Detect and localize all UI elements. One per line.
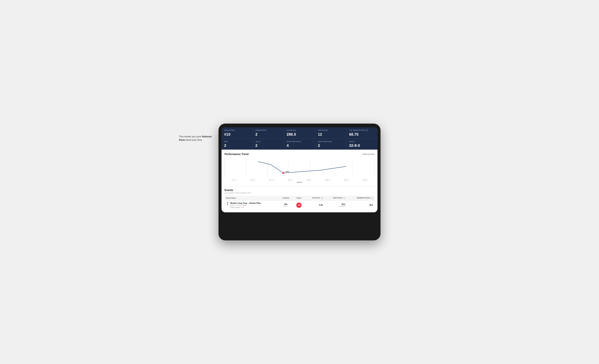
th-total-points: Total Points i [324, 196, 347, 200]
stat-avg-weighted-points: Avg. Weighted Points i 68.75 [346, 127, 378, 139]
stat-top3s-value: 2 [255, 143, 281, 148]
chart-container: • #10 OCT 23 NOV 23 DEC 23 JAN 24 FEB 24… [225, 158, 374, 182]
position-cell: 6th out of 7 [279, 200, 293, 210]
stat-stroke-play: Stroke Play Events 4 [284, 139, 315, 150]
total-points-cell: 28.3 3 Rounds [324, 200, 347, 210]
events-table: Event Name Position Score Event SG i Tot… [225, 196, 374, 210]
stat-stroke-play-value: 4 [287, 143, 312, 148]
stat-wins: Wins 2 [221, 139, 253, 150]
tablet-frame: This shows you your National Rank trend … [219, 124, 380, 240]
stat-scoring-avg-label: Scoring Avg. [287, 129, 312, 132]
chart-svg: • #10 [225, 158, 374, 179]
th-weighted-points: Weighted Points i [347, 196, 374, 200]
th-event-name: Event Name [225, 196, 279, 200]
info-icon-avg: i [366, 129, 368, 131]
stats-row-2: Wins 2 Top 3s 2 Stroke Play Events 4 Mat… [221, 139, 378, 150]
info-icon-sg: i [321, 197, 323, 199]
x-label-may24: MAY 24 [356, 179, 375, 181]
stat-avg-weighted-value: 68.75 [349, 132, 375, 137]
score-badge: -22 [296, 203, 302, 208]
event-sg-cell: 0.45 [305, 200, 324, 210]
rank-impact: Rank Impact: 3 ▼ [230, 206, 261, 208]
performance-title: Performance Trend [225, 153, 249, 156]
stat-avg-weighted-label: Avg. Weighted Points i [349, 129, 375, 132]
info-icon-total: i [343, 197, 345, 199]
events-last-updated: Last updated: 24th November 2023 [225, 192, 374, 194]
stat-top3s-label: Top 3s [255, 141, 281, 143]
events-section: Events Last updated: 24th November 2023 … [221, 186, 378, 212]
table-row: 🏌 Buster Cozy Cup – Stroke Play Oct 9 – … [225, 200, 374, 210]
weighted-points-value: 28.3 [348, 204, 373, 206]
stat-wins-value: 2 [224, 143, 250, 148]
events-title: Events [225, 189, 374, 192]
th-event-sg: Event SG i [305, 196, 324, 200]
th-score: Score [293, 196, 305, 200]
x-label-mar24: MAR 24 [318, 179, 337, 181]
stat-top3s: Top 3s 2 [253, 139, 284, 150]
stat-record-label: Record [349, 141, 375, 143]
tablet-screen: National Rank #10 Regional Rank 2 Scorin… [221, 127, 378, 212]
stat-record-value: 32-8-0 [349, 143, 375, 148]
x-label-feb24: FEB 24 [300, 179, 318, 181]
position-value: 6th [281, 203, 291, 205]
weighted-points-cell: 28.3 [347, 200, 374, 210]
event-sg-value: 0.45 [307, 204, 323, 206]
total-points-value: 28.3 [326, 203, 345, 205]
stat-record: Record 32-8-0 [346, 139, 378, 150]
stat-national-rank-value: #10 [224, 132, 250, 137]
position-sub: out of 7 [281, 205, 291, 207]
stat-national-rank-label: National Rank [224, 129, 250, 132]
chart-area: • #10 [225, 158, 374, 179]
stat-match-play-value: 2 [318, 143, 344, 148]
stat-wins-label: Wins [224, 141, 250, 143]
stats-header: National Rank #10 Regional Rank 2 Scorin… [221, 127, 378, 150]
table-header-row: Event Name Position Score Event SG i Tot… [225, 196, 374, 200]
golf-icon: 🏌 [226, 202, 229, 205]
x-label-dec23: DEC 23 [262, 179, 281, 181]
event-date: Oct 9 – Oct 10, 2023 [230, 204, 261, 206]
x-label-apr24: APR 24 [337, 179, 356, 181]
x-axis-title: Months [225, 181, 374, 183]
x-label-nov23: NOV 23 [243, 179, 262, 181]
chart-label: • #10 [285, 171, 289, 173]
chart-datapoint [282, 172, 284, 174]
stat-total-rounds: Total Rounds 12 [315, 127, 346, 139]
performance-label: National Rank [363, 153, 374, 155]
stat-regional-rank: Regional Rank 2 [253, 127, 284, 139]
rank-impact-arrow: ▼ [242, 207, 244, 208]
performance-header: Performance Trend National Rank [225, 153, 374, 156]
x-axis: OCT 23 NOV 23 DEC 23 JAN 24 FEB 24 MAR 2… [225, 179, 374, 181]
x-label-oct23: OCT 23 [225, 179, 243, 181]
score-cell: -22 [293, 200, 305, 210]
event-name-cell: 🏌 Buster Cozy Cup – Stroke Play Oct 9 – … [225, 200, 279, 210]
stat-regional-rank-value: 2 [255, 132, 281, 137]
stat-regional-rank-label: Regional Rank [255, 129, 281, 132]
th-position: Position [279, 196, 293, 200]
stat-total-rounds-value: 12 [318, 132, 344, 137]
stats-row-1: National Rank #10 Regional Rank 2 Scorin… [221, 127, 378, 139]
performance-section: Performance Trend National Rank [221, 150, 378, 186]
stat-stroke-play-label: Stroke Play Events [287, 141, 312, 143]
info-icon-weighted: i [371, 197, 373, 199]
stat-match-play: Match Play Events 2 [315, 139, 346, 150]
annotation-text: This shows you your National Rank trend … [179, 135, 217, 142]
stat-total-rounds-label: Total Rounds [318, 129, 344, 132]
stat-scoring-avg: Scoring Avg. 286.5 [284, 127, 315, 139]
total-points-sub: 3 Rounds [326, 205, 345, 207]
event-name: Buster Cozy Cup – Stroke Play [230, 202, 261, 204]
x-label-jan24: JAN 24 [281, 179, 300, 181]
stat-match-play-label: Match Play Events [318, 141, 344, 143]
stat-scoring-avg-value: 286.5 [287, 132, 312, 137]
stat-national-rank: National Rank #10 [221, 127, 253, 139]
